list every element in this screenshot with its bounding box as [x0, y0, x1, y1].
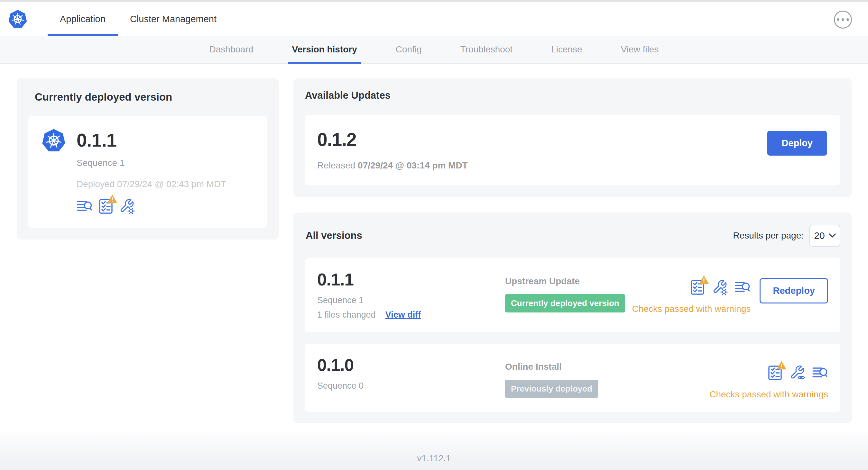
checks-status-text: Checks passed with warnings — [632, 304, 751, 314]
page-footer: v1.112.1 — [0, 432, 868, 470]
status-badge: Currently deployed version — [505, 294, 625, 312]
kubernetes-logo-icon — [41, 128, 66, 153]
main-content: Currently deployed version 0.1.1 Sequenc… — [0, 64, 868, 424]
results-per-page-label: Results per page: — [733, 231, 804, 241]
row-action-icons — [767, 365, 828, 381]
top-strip — [0, 0, 868, 2]
current-version-sequence: Sequence 1 — [76, 158, 226, 168]
logs-icon[interactable] — [76, 198, 93, 214]
version-row: 0.1.0 Sequence 0 Online Install Previous… — [305, 344, 840, 412]
row-version-number: 0.1.1 — [317, 269, 505, 290]
available-update-card: 0.1.2 Released 07/29/24 @ 03:14 pm MDT D… — [305, 115, 840, 186]
edit-config-icon[interactable] — [712, 279, 728, 296]
status-badge: Previously deployed — [505, 380, 598, 398]
console-version: v1.112.1 — [417, 453, 451, 464]
view-config-icon[interactable] — [789, 365, 806, 381]
version-source: Upstream Update — [505, 276, 632, 287]
tab-version-history[interactable]: Version history — [283, 36, 366, 63]
deploy-button[interactable]: Deploy — [767, 131, 827, 156]
preflight-checks-warning-icon[interactable] — [689, 279, 706, 296]
logs-icon[interactable] — [812, 365, 828, 381]
warning-triangle-icon — [699, 275, 709, 284]
primary-nav: Application Cluster Management — [48, 2, 229, 36]
warning-triangle-icon — [776, 360, 787, 370]
chevron-down-icon — [829, 233, 836, 238]
results-per-page: Results per page: 20 — [733, 225, 840, 246]
preflight-checks-warning-icon[interactable] — [98, 198, 114, 214]
redeploy-button[interactable]: Redeploy — [760, 278, 828, 303]
all-versions-title: All versions — [306, 230, 362, 241]
row-sequence: Sequence 0 — [317, 381, 505, 391]
version-row: 0.1.1 Sequence 1 1 files changed View di… — [305, 258, 840, 332]
row-action-icons — [689, 279, 751, 296]
tab-config[interactable]: Config — [387, 36, 431, 63]
tab-license[interactable]: License — [542, 36, 591, 63]
tab-application[interactable]: Application — [48, 2, 118, 36]
current-version-card: 0.1.1 Sequence 1 Deployed 07/29/24 @ 02:… — [28, 116, 267, 228]
row-version-number: 0.1.0 — [317, 355, 505, 376]
currently-deployed-title: Currently deployed version — [35, 91, 267, 103]
tab-application-label: Application — [60, 14, 105, 25]
subnav: Dashboard Version history Config Trouble… — [0, 36, 868, 64]
tab-cluster-management[interactable]: Cluster Management — [118, 2, 229, 36]
checks-status-text: Checks passed with warnings — [709, 389, 828, 400]
current-version-deployed-date: Deployed 07/29/24 @ 02:43 pm MDT — [76, 179, 226, 189]
tab-troubleshoot[interactable]: Troubleshoot — [452, 36, 522, 63]
results-per-page-select[interactable]: 20 — [809, 225, 840, 246]
app-header: Application Cluster Management — [0, 2, 868, 36]
panel-all-versions: All versions Results per page: 20 0.1.1 … — [293, 212, 852, 424]
view-diff-link[interactable]: View diff — [385, 310, 421, 320]
update-version-number: 0.1.2 — [317, 129, 468, 150]
tab-view-files[interactable]: View files — [612, 36, 668, 63]
more-menu-button[interactable] — [834, 11, 852, 29]
current-version-number: 0.1.1 — [76, 128, 226, 152]
panel-available-updates: Available Updates 0.1.2 Released 07/29/2… — [293, 78, 852, 197]
logs-icon[interactable] — [735, 279, 751, 296]
version-source: Online Install — [505, 362, 709, 372]
warning-triangle-icon — [107, 194, 118, 203]
tab-dashboard[interactable]: Dashboard — [200, 36, 262, 63]
kubernetes-logo-icon — [8, 2, 28, 36]
ellipsis-icon — [837, 18, 839, 21]
row-sequence: Sequence 1 — [317, 296, 505, 305]
preflight-checks-warning-icon[interactable] — [767, 365, 783, 381]
tab-cluster-management-label: Cluster Management — [130, 14, 217, 25]
panel-currently-deployed: Currently deployed version 0.1.1 Sequenc… — [17, 78, 279, 239]
files-changed: 1 files changed — [317, 310, 376, 320]
current-version-actions — [76, 198, 226, 214]
edit-config-icon[interactable] — [119, 198, 135, 214]
available-updates-title: Available Updates — [305, 90, 840, 101]
update-released-date: Released 07/29/24 @ 03:14 pm MDT — [317, 160, 468, 171]
